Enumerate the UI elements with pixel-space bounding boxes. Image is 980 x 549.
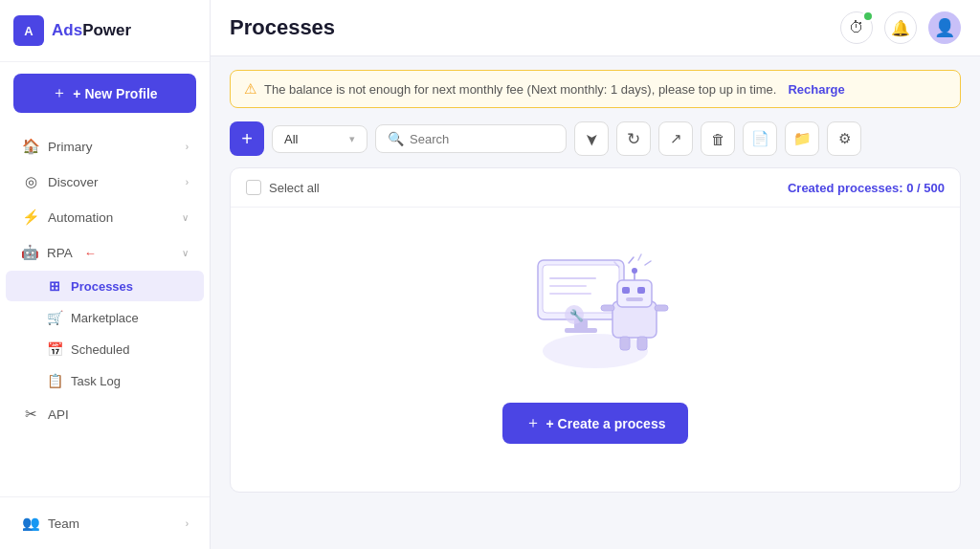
- main-content: Processes ⏱ 🔔 👤 ⚠ The balance is not eno…: [211, 0, 980, 549]
- sidebar-item-team[interactable]: 👥 Team ›: [6, 506, 204, 540]
- sidebar-label-team: Team: [48, 516, 79, 531]
- svg-rect-14: [637, 287, 645, 294]
- rpa-icon: 🤖: [21, 244, 39, 261]
- nav-section: 🏠 Primary › ◎ Discover › ⚡ Automation ∨ …: [0, 124, 210, 496]
- notification-bell-button[interactable]: 🔔: [884, 11, 917, 44]
- sidebar-label-marketplace: Marketplace: [71, 311, 139, 325]
- bell-icon: 🔔: [891, 19, 910, 37]
- discover-icon: ◎: [21, 173, 40, 190]
- page-title: Processes: [230, 15, 335, 40]
- import-button[interactable]: ➤: [574, 121, 609, 156]
- sidebar: A AdsPower ＋ + New Profile 🏠 Primary › ◎…: [0, 0, 211, 549]
- svg-rect-18: [620, 337, 630, 350]
- created-processes-label: Created processes:: [788, 181, 903, 195]
- select-all-checkbox[interactable]: [246, 180, 261, 195]
- copy-button[interactable]: 📄: [743, 121, 777, 156]
- svg-rect-17: [655, 305, 668, 311]
- search-icon: 🔍: [388, 131, 404, 146]
- created-processes-info: Created processes: 0 / 500: [788, 181, 945, 195]
- top-bar: Processes ⏱ 🔔 👤: [211, 0, 980, 56]
- svg-line-24: [645, 261, 651, 265]
- sidebar-label-scheduled: Scheduled: [71, 342, 129, 357]
- sidebar-item-scheduled[interactable]: 📅 Scheduled: [6, 334, 204, 364]
- create-process-button[interactable]: ＋ + Create a process: [502, 403, 689, 444]
- sidebar-label-primary: Primary: [48, 140, 93, 154]
- chevron-right-icon: ›: [186, 177, 189, 187]
- import-icon: ➤: [582, 132, 602, 145]
- logo-area: A AdsPower: [0, 0, 210, 62]
- settings-button[interactable]: ⚙: [827, 121, 861, 156]
- logo-icon: A: [13, 15, 44, 46]
- sync-icon: ↻: [627, 129, 640, 149]
- warning-banner: ⚠ The balance is not enough for next mon…: [230, 70, 961, 108]
- sidebar-item-api[interactable]: ✂ API: [6, 397, 204, 431]
- folder-button[interactable]: 📁: [785, 121, 819, 156]
- sidebar-label-discover: Discover: [48, 175, 99, 189]
- chevron-right-icon: ›: [186, 142, 189, 152]
- sidebar-item-processes[interactable]: ⊞ Processes: [6, 271, 204, 301]
- svg-rect-19: [637, 337, 647, 350]
- api-icon: ✂: [21, 406, 40, 423]
- clock-icon: ⏱: [849, 19, 864, 36]
- create-process-label: + Create a process: [546, 416, 666, 431]
- folder-icon: 📁: [793, 130, 812, 147]
- content-area: ⚠ The balance is not enough for next mon…: [211, 56, 980, 549]
- robot-illustration: 🔧: [509, 246, 681, 380]
- sidebar-item-rpa[interactable]: 🤖 RPA ← ∨: [6, 235, 204, 270]
- top-bar-icons: ⏱ 🔔 👤: [840, 11, 961, 44]
- warning-message: The balance is not enough for next month…: [264, 82, 776, 97]
- trash-icon: 🗑: [711, 131, 725, 147]
- svg-rect-15: [626, 297, 643, 301]
- export-icon: ↗: [670, 130, 682, 147]
- svg-point-0: [543, 334, 648, 368]
- chevron-down-icon: ▾: [349, 133, 355, 145]
- svg-rect-10: [617, 280, 652, 307]
- add-process-button[interactable]: +: [230, 121, 264, 156]
- search-box[interactable]: 🔍: [375, 124, 567, 153]
- status-icon-button[interactable]: ⏱: [840, 11, 873, 44]
- warning-icon: ⚠: [244, 80, 256, 98]
- sidebar-label-api: API: [48, 407, 69, 422]
- sidebar-item-marketplace[interactable]: 🛒 Marketplace: [6, 302, 204, 333]
- new-profile-button[interactable]: ＋ + New Profile: [13, 74, 196, 113]
- svg-line-22: [629, 257, 634, 263]
- red-arrow-icon: ←: [84, 246, 97, 260]
- gear-icon: ⚙: [838, 130, 851, 147]
- processes-table: Select all Created processes: 0 / 500: [230, 167, 961, 493]
- filter-dropdown[interactable]: All ▾: [272, 125, 368, 153]
- table-header-row: Select all Created processes: 0 / 500: [231, 168, 960, 208]
- app-name: AdsPower: [52, 21, 131, 40]
- processes-icon: ⊞: [46, 278, 63, 294]
- sidebar-item-primary[interactable]: 🏠 Primary ›: [6, 129, 204, 164]
- scheduled-icon: 📅: [46, 341, 63, 357]
- sidebar-label-tasklog: Task Log: [71, 374, 121, 388]
- team-icon: 👥: [21, 515, 40, 532]
- app-name-part2: Power: [82, 21, 131, 39]
- status-badge: [862, 11, 874, 22]
- export-button[interactable]: ↗: [658, 121, 693, 156]
- tasklog-icon: 📋: [46, 373, 63, 388]
- avatar-icon: 👤: [934, 17, 955, 38]
- search-input[interactable]: [410, 132, 544, 146]
- sidebar-item-tasklog[interactable]: 📋 Task Log: [6, 365, 204, 396]
- sidebar-bottom: 👥 Team ›: [0, 496, 210, 549]
- svg-rect-13: [622, 287, 630, 294]
- sync-button[interactable]: ↻: [616, 121, 651, 156]
- toolbar: + All ▾ 🔍 ➤ ↻ ↗ 🗑 📄: [230, 121, 961, 156]
- svg-rect-16: [601, 305, 614, 311]
- recharge-link[interactable]: Recharge: [788, 82, 844, 97]
- svg-point-12: [632, 268, 637, 274]
- select-all-area[interactable]: Select all: [246, 180, 320, 195]
- create-plus-icon: ＋: [525, 413, 541, 433]
- sidebar-item-discover[interactable]: ◎ Discover ›: [6, 165, 204, 199]
- sidebar-label-processes: Processes: [71, 279, 133, 294]
- created-count-value: 0 / 500: [906, 181, 945, 195]
- copy-icon: 📄: [751, 130, 769, 147]
- delete-button[interactable]: 🗑: [701, 121, 735, 156]
- automation-icon: ⚡: [21, 209, 40, 226]
- chevron-down-icon: ∨: [182, 248, 189, 258]
- sidebar-item-automation[interactable]: ⚡ Automation ∨: [6, 200, 204, 234]
- chevron-down-icon: ∨: [182, 212, 189, 223]
- avatar-button[interactable]: 👤: [928, 11, 961, 44]
- dropdown-value: All: [284, 132, 298, 146]
